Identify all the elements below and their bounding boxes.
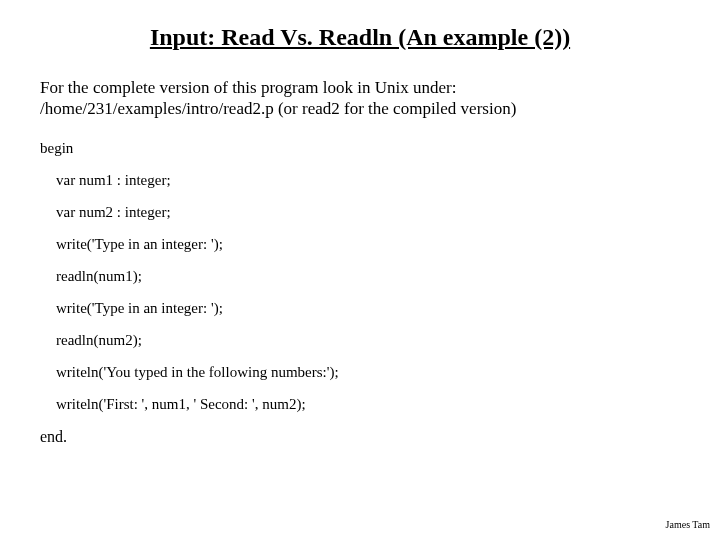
code-line-7: writeln('You typed in the following numb… [40, 364, 680, 381]
code-line-6: readln(num2); [40, 332, 680, 349]
intro-text: For the complete version of this program… [40, 77, 680, 120]
intro-line-1: For the complete version of this program… [40, 78, 456, 97]
code-end: end. [40, 428, 680, 446]
code-line-8: writeln('First: ', num1, ' Second: ', nu… [40, 396, 680, 413]
code-line-1: var num1 : integer; [40, 172, 680, 189]
code-block: begin var num1 : integer; var num2 : int… [40, 140, 680, 446]
code-line-2: var num2 : integer; [40, 204, 680, 221]
slide-title: Input: Read Vs. Readln (An example (2)) [68, 24, 652, 51]
author-footer: James Tam [666, 519, 710, 530]
code-line-5: write('Type in an integer: '); [40, 300, 680, 317]
code-line-3: write('Type in an integer: '); [40, 236, 680, 253]
code-begin: begin [40, 140, 680, 157]
code-line-4: readln(num1); [40, 268, 680, 285]
intro-line-2: /home/231/examples/intro/read2.p (or rea… [40, 99, 516, 118]
